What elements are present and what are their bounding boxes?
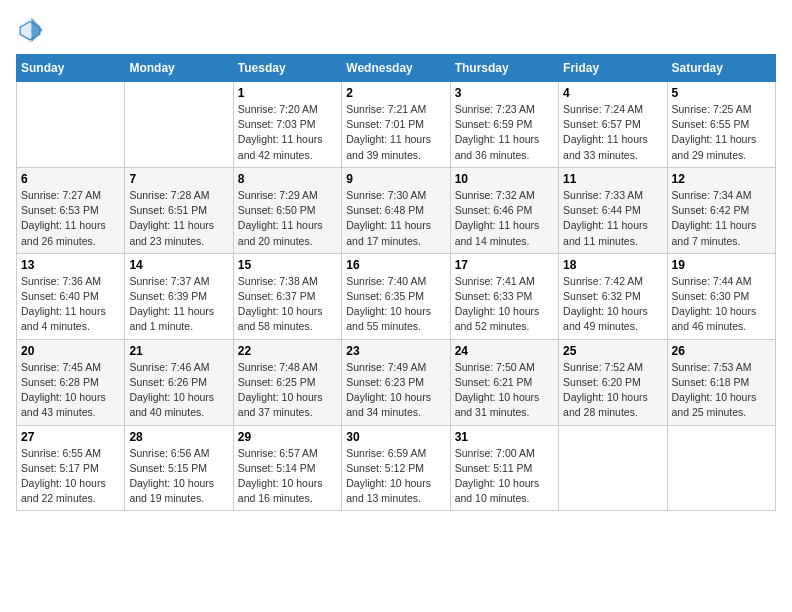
calendar-cell: 1Sunrise: 7:20 AM Sunset: 7:03 PM Daylig…	[233, 82, 341, 168]
day-info: Sunrise: 7:24 AM Sunset: 6:57 PM Dayligh…	[563, 102, 662, 163]
calendar-cell: 9Sunrise: 7:30 AM Sunset: 6:48 PM Daylig…	[342, 167, 450, 253]
calendar-cell: 18Sunrise: 7:42 AM Sunset: 6:32 PM Dayli…	[559, 253, 667, 339]
day-info: Sunrise: 7:46 AM Sunset: 6:26 PM Dayligh…	[129, 360, 228, 421]
day-number: 20	[21, 344, 120, 358]
day-info: Sunrise: 7:29 AM Sunset: 6:50 PM Dayligh…	[238, 188, 337, 249]
day-number: 19	[672, 258, 771, 272]
calendar-cell: 21Sunrise: 7:46 AM Sunset: 6:26 PM Dayli…	[125, 339, 233, 425]
day-number: 26	[672, 344, 771, 358]
calendar-cell: 26Sunrise: 7:53 AM Sunset: 6:18 PM Dayli…	[667, 339, 775, 425]
day-number: 24	[455, 344, 554, 358]
day-number: 6	[21, 172, 120, 186]
calendar-cell: 15Sunrise: 7:38 AM Sunset: 6:37 PM Dayli…	[233, 253, 341, 339]
day-info: Sunrise: 7:42 AM Sunset: 6:32 PM Dayligh…	[563, 274, 662, 335]
calendar-cell: 31Sunrise: 7:00 AM Sunset: 5:11 PM Dayli…	[450, 425, 558, 511]
calendar-cell: 25Sunrise: 7:52 AM Sunset: 6:20 PM Dayli…	[559, 339, 667, 425]
calendar-cell: 13Sunrise: 7:36 AM Sunset: 6:40 PM Dayli…	[17, 253, 125, 339]
day-info: Sunrise: 7:52 AM Sunset: 6:20 PM Dayligh…	[563, 360, 662, 421]
day-info: Sunrise: 7:20 AM Sunset: 7:03 PM Dayligh…	[238, 102, 337, 163]
day-info: Sunrise: 7:23 AM Sunset: 6:59 PM Dayligh…	[455, 102, 554, 163]
col-header-saturday: Saturday	[667, 55, 775, 82]
day-info: Sunrise: 6:56 AM Sunset: 5:15 PM Dayligh…	[129, 446, 228, 507]
calendar-cell: 24Sunrise: 7:50 AM Sunset: 6:21 PM Dayli…	[450, 339, 558, 425]
calendar-cell	[17, 82, 125, 168]
calendar-cell: 17Sunrise: 7:41 AM Sunset: 6:33 PM Dayli…	[450, 253, 558, 339]
day-number: 12	[672, 172, 771, 186]
day-number: 27	[21, 430, 120, 444]
calendar-cell: 19Sunrise: 7:44 AM Sunset: 6:30 PM Dayli…	[667, 253, 775, 339]
day-info: Sunrise: 7:25 AM Sunset: 6:55 PM Dayligh…	[672, 102, 771, 163]
calendar-cell: 2Sunrise: 7:21 AM Sunset: 7:01 PM Daylig…	[342, 82, 450, 168]
calendar-cell: 7Sunrise: 7:28 AM Sunset: 6:51 PM Daylig…	[125, 167, 233, 253]
day-number: 17	[455, 258, 554, 272]
day-info: Sunrise: 7:40 AM Sunset: 6:35 PM Dayligh…	[346, 274, 445, 335]
day-info: Sunrise: 6:57 AM Sunset: 5:14 PM Dayligh…	[238, 446, 337, 507]
calendar-cell: 29Sunrise: 6:57 AM Sunset: 5:14 PM Dayli…	[233, 425, 341, 511]
calendar-cell: 11Sunrise: 7:33 AM Sunset: 6:44 PM Dayli…	[559, 167, 667, 253]
day-number: 25	[563, 344, 662, 358]
calendar-cell: 12Sunrise: 7:34 AM Sunset: 6:42 PM Dayli…	[667, 167, 775, 253]
day-info: Sunrise: 7:45 AM Sunset: 6:28 PM Dayligh…	[21, 360, 120, 421]
day-number: 15	[238, 258, 337, 272]
day-info: Sunrise: 7:49 AM Sunset: 6:23 PM Dayligh…	[346, 360, 445, 421]
calendar-cell: 23Sunrise: 7:49 AM Sunset: 6:23 PM Dayli…	[342, 339, 450, 425]
day-info: Sunrise: 7:41 AM Sunset: 6:33 PM Dayligh…	[455, 274, 554, 335]
calendar-cell	[667, 425, 775, 511]
day-info: Sunrise: 7:33 AM Sunset: 6:44 PM Dayligh…	[563, 188, 662, 249]
calendar-cell: 28Sunrise: 6:56 AM Sunset: 5:15 PM Dayli…	[125, 425, 233, 511]
calendar-cell: 27Sunrise: 6:55 AM Sunset: 5:17 PM Dayli…	[17, 425, 125, 511]
day-number: 23	[346, 344, 445, 358]
day-number: 5	[672, 86, 771, 100]
day-info: Sunrise: 7:38 AM Sunset: 6:37 PM Dayligh…	[238, 274, 337, 335]
day-number: 10	[455, 172, 554, 186]
calendar-cell: 20Sunrise: 7:45 AM Sunset: 6:28 PM Dayli…	[17, 339, 125, 425]
day-number: 30	[346, 430, 445, 444]
calendar-cell: 30Sunrise: 6:59 AM Sunset: 5:12 PM Dayli…	[342, 425, 450, 511]
day-number: 4	[563, 86, 662, 100]
day-number: 3	[455, 86, 554, 100]
logo	[16, 16, 48, 44]
day-info: Sunrise: 7:37 AM Sunset: 6:39 PM Dayligh…	[129, 274, 228, 335]
col-header-wednesday: Wednesday	[342, 55, 450, 82]
logo-icon	[16, 16, 44, 44]
day-number: 7	[129, 172, 228, 186]
col-header-tuesday: Tuesday	[233, 55, 341, 82]
day-info: Sunrise: 7:53 AM Sunset: 6:18 PM Dayligh…	[672, 360, 771, 421]
calendar-cell: 10Sunrise: 7:32 AM Sunset: 6:46 PM Dayli…	[450, 167, 558, 253]
calendar-cell: 16Sunrise: 7:40 AM Sunset: 6:35 PM Dayli…	[342, 253, 450, 339]
day-number: 13	[21, 258, 120, 272]
calendar-cell: 14Sunrise: 7:37 AM Sunset: 6:39 PM Dayli…	[125, 253, 233, 339]
calendar-cell	[125, 82, 233, 168]
col-header-monday: Monday	[125, 55, 233, 82]
day-info: Sunrise: 7:44 AM Sunset: 6:30 PM Dayligh…	[672, 274, 771, 335]
day-number: 1	[238, 86, 337, 100]
calendar-cell: 22Sunrise: 7:48 AM Sunset: 6:25 PM Dayli…	[233, 339, 341, 425]
day-number: 11	[563, 172, 662, 186]
day-number: 22	[238, 344, 337, 358]
calendar-cell: 5Sunrise: 7:25 AM Sunset: 6:55 PM Daylig…	[667, 82, 775, 168]
day-info: Sunrise: 7:34 AM Sunset: 6:42 PM Dayligh…	[672, 188, 771, 249]
day-number: 31	[455, 430, 554, 444]
day-number: 29	[238, 430, 337, 444]
calendar-table: SundayMondayTuesdayWednesdayThursdayFrid…	[16, 54, 776, 511]
day-number: 18	[563, 258, 662, 272]
day-info: Sunrise: 7:32 AM Sunset: 6:46 PM Dayligh…	[455, 188, 554, 249]
svg-marker-2	[31, 17, 42, 42]
day-info: Sunrise: 7:36 AM Sunset: 6:40 PM Dayligh…	[21, 274, 120, 335]
calendar-cell: 4Sunrise: 7:24 AM Sunset: 6:57 PM Daylig…	[559, 82, 667, 168]
day-info: Sunrise: 6:55 AM Sunset: 5:17 PM Dayligh…	[21, 446, 120, 507]
calendar-cell: 6Sunrise: 7:27 AM Sunset: 6:53 PM Daylig…	[17, 167, 125, 253]
day-info: Sunrise: 7:50 AM Sunset: 6:21 PM Dayligh…	[455, 360, 554, 421]
day-number: 8	[238, 172, 337, 186]
calendar-cell: 3Sunrise: 7:23 AM Sunset: 6:59 PM Daylig…	[450, 82, 558, 168]
day-number: 28	[129, 430, 228, 444]
day-number: 14	[129, 258, 228, 272]
col-header-friday: Friday	[559, 55, 667, 82]
day-info: Sunrise: 7:00 AM Sunset: 5:11 PM Dayligh…	[455, 446, 554, 507]
day-info: Sunrise: 7:48 AM Sunset: 6:25 PM Dayligh…	[238, 360, 337, 421]
day-info: Sunrise: 7:21 AM Sunset: 7:01 PM Dayligh…	[346, 102, 445, 163]
page-header	[16, 16, 776, 44]
day-info: Sunrise: 7:28 AM Sunset: 6:51 PM Dayligh…	[129, 188, 228, 249]
day-number: 2	[346, 86, 445, 100]
calendar-cell: 8Sunrise: 7:29 AM Sunset: 6:50 PM Daylig…	[233, 167, 341, 253]
